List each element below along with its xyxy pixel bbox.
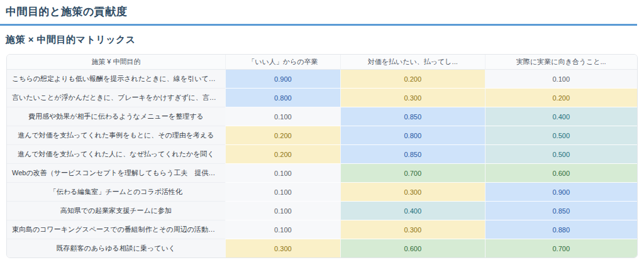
matrix-row: 言いたいことが浮かんだときに、ブレーキをかけすぎずに、言うと良いことは言う 0.… [7, 89, 637, 107]
value-cell: 0.100 [225, 220, 340, 239]
matrix-row: 東向島のコワーキングスペースでの番組制作とその周辺の活動に支援をする 0.100… [7, 220, 637, 239]
row-label: 進んで対価を支払ってくれた人に、なぜ払ってくれたかを聞く [7, 145, 225, 164]
matrix-row: 既存顧客のあらゆる相談に乗っていく 0.300 0.600 0.700 [7, 239, 637, 257]
row-label: 言いたいことが浮かんだときに、ブレーキをかけすぎずに、言うと良いことは言う [7, 89, 225, 107]
value-cell: 0.200 [485, 89, 638, 107]
matrix-row: 高知県での起業家支援チームに参加 0.100 0.400 0.850 [7, 202, 637, 220]
page-title: 中間目的と施策の貢献度 [6, 4, 638, 19]
matrix-row: 進んで対価を支払ってくれた事例をもとに、その理由を考える 0.200 0.800… [7, 126, 637, 145]
value-cell: 0.900 [485, 183, 638, 202]
matrix-body: こちらの想定よりも低い報酬を提示されたときに、線を引いて必要な契約条件を提示する… [7, 70, 637, 257]
value-cell: 0.600 [485, 164, 638, 183]
value-cell: 0.300 [340, 89, 484, 107]
row-label: 高知県での起業家支援チームに参加 [7, 202, 225, 220]
value-cell: 0.850 [340, 145, 484, 164]
corner-header-cell: 施策 ¥ 中間目的 [7, 55, 225, 70]
matrix-table: 施策 ¥ 中間目的 「いい人」からの卒業 対価を払いたい、払ってし... 実際に… [7, 55, 637, 257]
matrix-row: こちらの想定よりも低い報酬を提示されたときに、線を引いて必要な契約条件を提示する… [7, 70, 637, 89]
value-cell: 0.800 [225, 89, 340, 107]
section-subtitle: 施策 × 中間目的マトリックス [0, 26, 644, 46]
matrix-row: 費用感や効果が相手に伝わるようなメニューを整理する 0.100 0.850 0.… [7, 107, 637, 126]
row-label: 費用感や効果が相手に伝わるようなメニューを整理する [7, 107, 225, 126]
matrix-header-row: 施策 ¥ 中間目的 「いい人」からの卒業 対価を払いたい、払ってし... 実際に… [7, 55, 637, 70]
row-label: 既存顧客のあらゆる相談に乗っていく [7, 239, 225, 257]
value-cell: 0.100 [485, 70, 638, 89]
matrix-header: 施策 ¥ 中間目的 「いい人」からの卒業 対価を払いたい、払ってし... 実際に… [7, 55, 637, 70]
value-cell: 0.800 [340, 126, 484, 145]
value-cell: 0.400 [485, 107, 638, 126]
matrix-table-container: 施策 ¥ 中間目的 「いい人」からの卒業 対価を払いたい、払ってし... 実際に… [6, 54, 638, 258]
value-cell: 0.700 [340, 164, 484, 183]
value-cell: 0.500 [485, 126, 638, 145]
value-cell: 0.200 [225, 126, 340, 145]
value-cell: 0.700 [485, 239, 638, 257]
row-label: Webの改善（サービスコンセプトを理解してもらう工夫 提供サービスの明確化） [7, 164, 225, 183]
row-label: 「伝わる編集室」チームとのコラボ活性化 [7, 183, 225, 202]
value-cell: 0.100 [225, 183, 340, 202]
row-label: こちらの想定よりも低い報酬を提示されたときに、線を引いて必要な契約条件を提示する [7, 70, 225, 89]
value-cell: 0.300 [340, 183, 484, 202]
value-cell: 0.100 [225, 202, 340, 220]
value-cell: 0.200 [340, 70, 484, 89]
matrix-row: Webの改善（サービスコンセプトを理解してもらう工夫 提供サービスの明確化） 0… [7, 164, 637, 183]
value-cell: 0.600 [340, 239, 484, 257]
value-cell: 0.300 [225, 239, 340, 257]
column-header-cell: 「いい人」からの卒業 [225, 55, 340, 70]
row-label: 進んで対価を支払ってくれた事例をもとに、その理由を考える [7, 126, 225, 145]
value-cell: 0.300 [340, 220, 484, 239]
value-cell: 0.200 [225, 145, 340, 164]
value-cell: 0.880 [485, 220, 638, 239]
value-cell: 0.900 [225, 70, 340, 89]
matrix-row: 進んで対価を支払ってくれた人に、なぜ払ってくれたかを聞く 0.200 0.850… [7, 145, 637, 164]
value-cell: 0.400 [340, 202, 484, 220]
row-label: 東向島のコワーキングスペースでの番組制作とその周辺の活動に支援をする [7, 220, 225, 239]
value-cell: 0.100 [225, 107, 340, 126]
matrix-row: 「伝わる編集室」チームとのコラボ活性化 0.100 0.300 0.900 [7, 183, 637, 202]
value-cell: 0.850 [340, 107, 484, 126]
column-header-cell: 実際に実業に向き合うこと... [485, 55, 638, 70]
value-cell: 0.850 [485, 202, 638, 220]
value-cell: 0.100 [225, 164, 340, 183]
page-header: 中間目的と施策の貢献度 [0, 0, 644, 19]
column-header-cell: 対価を払いたい、払ってし... [340, 55, 484, 70]
value-cell: 0.500 [485, 145, 638, 164]
